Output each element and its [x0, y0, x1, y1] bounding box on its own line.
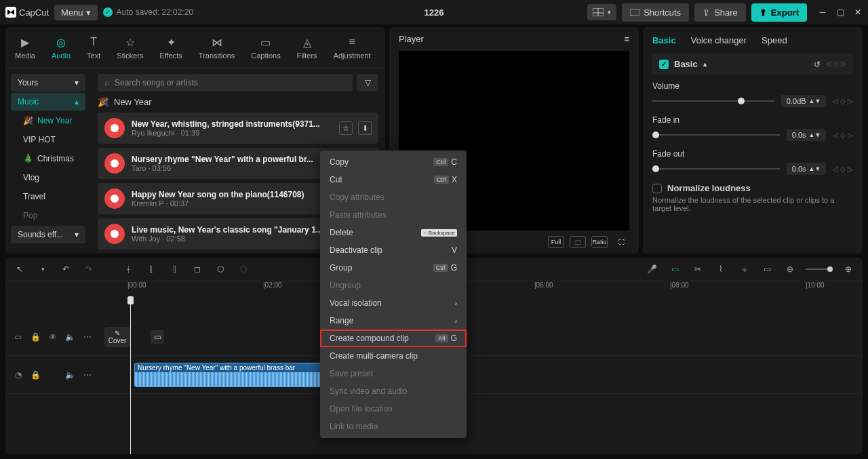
keyframe-controls[interactable]: ◁ ◇ ▷ — [833, 98, 853, 105]
cat-vip-hot[interactable]: VIP HOT — [11, 131, 85, 148]
chevron-right-icon: › — [455, 300, 457, 307]
tab-text[interactable]: TText — [85, 33, 102, 62]
zoom-slider[interactable] — [806, 268, 833, 270]
ctx-delete[interactable]: Delete←Backspace — [320, 224, 467, 241]
track-tool[interactable]: ▭ — [760, 262, 774, 277]
audio-clip[interactable]: Nursery rhyme "New Year" with a powerful… — [134, 363, 323, 387]
trim-left-tool[interactable]: ⟦ — [144, 262, 159, 277]
ctx-copy[interactable]: CopyCtrlC — [320, 153, 467, 171]
zoom-out[interactable]: ⊖ — [783, 262, 797, 277]
mic-tool[interactable]: 🎤 — [644, 262, 659, 277]
share-button[interactable]: ⇪ Share — [694, 3, 746, 22]
fadein-slider[interactable] — [652, 134, 780, 136]
sounds-dropdown[interactable]: Sounds eff...▾ — [11, 226, 85, 243]
filter-button[interactable]: ▽ — [357, 74, 378, 92]
eye-icon[interactable]: 👁 — [47, 331, 59, 343]
volume-value[interactable]: 0.0dB▲▼ — [781, 95, 827, 107]
tab-basic[interactable]: Basic — [652, 35, 676, 45]
cat-travel[interactable]: Travel — [11, 188, 85, 205]
split-tool[interactable]: ⟊ — [121, 262, 136, 277]
keyframe-controls[interactable]: ◁ ◇ ▷ — [833, 165, 853, 173]
chevron-up-icon[interactable]: ▴ — [703, 60, 707, 68]
video-lane[interactable]: ▭ — [130, 318, 863, 355]
ctx-group[interactable]: GroupCtrlG — [320, 259, 467, 277]
expand-button[interactable]: ⛶ — [613, 236, 629, 248]
trim-right-tool[interactable]: ⟧ — [167, 262, 182, 277]
marker-tool[interactable]: ⬡ — [213, 262, 228, 277]
tab-captions[interactable]: ▭Captions — [250, 33, 281, 62]
fadeout-value[interactable]: 0.0s▲▼ — [787, 163, 827, 175]
download-button[interactable]: ⬇ — [358, 121, 372, 135]
tab-filters[interactable]: ◬Filters — [296, 33, 319, 62]
music-dropdown[interactable]: Music▴ — [11, 93, 85, 111]
ctx-cut[interactable]: CutCtrlX — [320, 171, 467, 188]
minimize-button[interactable]: ─ — [818, 7, 827, 17]
song-thumb — [104, 153, 125, 174]
yours-dropdown[interactable]: Yours▾ — [11, 74, 85, 92]
zoom-in[interactable]: ⊕ — [841, 262, 856, 277]
ctx-vocal-isolation[interactable]: Vocal isolation› — [320, 294, 467, 312]
undo-button[interactable]: ↶ — [58, 262, 73, 277]
layout-button[interactable]: ▾ — [587, 4, 616, 20]
magnet-tool[interactable]: ▭ — [667, 262, 682, 277]
cat-new-year[interactable]: 🎉New Year — [11, 112, 85, 129]
tab-voice-changer[interactable]: Voice changer — [691, 35, 747, 45]
tab-transitions[interactable]: ⋈Transitions — [197, 33, 236, 62]
maximize-button[interactable]: ▢ — [835, 7, 845, 17]
add-clip-icon[interactable]: ▭ — [151, 330, 164, 344]
audio-track-icon[interactable]: ◔ — [12, 369, 24, 381]
fadein-value[interactable]: 0.0s▲▼ — [787, 129, 827, 141]
snap-tool[interactable]: ⟐ — [736, 262, 751, 277]
menu-button[interactable]: Menu ▾ — [54, 5, 98, 20]
ratio-button[interactable]: Ratio — [591, 236, 608, 248]
ctx-create-compound-clip[interactable]: Create compound clipAltG — [320, 330, 467, 347]
tab-effects[interactable]: ✦Effects — [158, 33, 183, 62]
cat-christmas[interactable]: 🎄Christmas — [11, 150, 85, 167]
shortcuts-button[interactable]: Shortcuts — [622, 3, 689, 22]
normalize-checkbox[interactable] — [652, 184, 662, 193]
lock-icon[interactable]: 🔒 — [30, 369, 42, 381]
keyframe-controls[interactable]: ◁ ◇ ▷ — [826, 60, 846, 69]
reset-icon[interactable]: ↺ — [814, 60, 821, 69]
redo-button[interactable]: ↷ — [81, 262, 96, 277]
link2-tool[interactable]: ⌇ — [713, 262, 728, 277]
keyframe-controls[interactable]: ◁ ◇ ▷ — [833, 132, 853, 139]
export-button[interactable]: ⬆ Export — [751, 3, 807, 22]
full-button[interactable]: Full — [548, 236, 564, 248]
favorite-button[interactable]: ☆ — [339, 121, 353, 135]
shield-tool[interactable]: ⬡ — [236, 262, 251, 277]
chevron-down-icon: ▾ — [608, 9, 611, 16]
ctx-deactivate[interactable]: Deactivate clipV — [320, 241, 467, 259]
cat-vlog[interactable]: Vlog — [11, 169, 85, 186]
lock-icon[interactable]: 🔒 — [30, 331, 42, 343]
cover-button[interactable]: ✎ Cover — [104, 327, 130, 347]
cat-pop[interactable]: Pop — [11, 207, 85, 224]
volume-slider[interactable] — [652, 100, 774, 102]
link-tool[interactable]: ✂ — [690, 262, 705, 277]
tab-speed[interactable]: Speed — [762, 35, 787, 45]
player-menu-icon[interactable]: ≡ — [624, 34, 629, 44]
crop-tool[interactable]: ◻ — [190, 262, 205, 277]
song-item[interactable]: New Year, whistling, stringed instrument… — [98, 113, 378, 144]
tab-adjustment[interactable]: ≡Adjustment — [332, 33, 372, 62]
basic-checkbox[interactable]: ✓ — [659, 60, 669, 69]
audio-lane[interactable]: Nursery rhyme "New Year" with a powerful… — [130, 356, 863, 393]
more-icon[interactable]: ⋯ — [81, 331, 94, 343]
pointer-menu[interactable]: ▾ — [35, 262, 50, 277]
ctx-create-multicam[interactable]: Create multi-camera clip — [320, 347, 467, 365]
tab-audio[interactable]: ◎Audio — [50, 33, 72, 62]
pointer-tool[interactable]: ↖ — [12, 262, 27, 277]
crop-button[interactable]: ⬚ — [570, 236, 586, 248]
more-icon[interactable]: ⋯ — [81, 369, 94, 381]
tab-stickers[interactable]: ☆Stickers — [115, 33, 144, 62]
tab-media[interactable]: ▶Media — [14, 33, 37, 62]
ctx-range[interactable]: Range› — [320, 312, 467, 330]
header-actions: ▾ Shortcuts ⇪ Share ⬆ Export ─ ▢ ✕ — [587, 3, 863, 22]
mute-icon[interactable]: 🔈 — [64, 331, 77, 343]
audio-categories: Yours▾ Music▴ 🎉New Year VIP HOT 🎄Christm… — [5, 68, 91, 255]
fadeout-slider[interactable] — [652, 168, 780, 169]
track-toggle-icon[interactable]: ▭ — [12, 331, 24, 343]
mute-icon[interactable]: 🔈 — [64, 369, 77, 381]
close-button[interactable]: ✕ — [853, 7, 863, 17]
search-input[interactable]: ⌕ Search songs or artists — [98, 74, 353, 92]
